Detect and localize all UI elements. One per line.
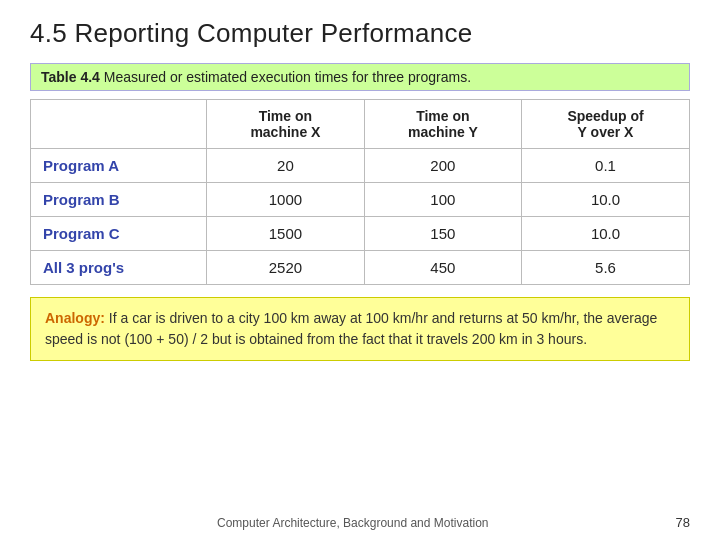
table-caption-text: Measured or estimated execution times fo… — [104, 69, 471, 85]
table-row: Program A202000.1 — [31, 149, 690, 183]
analogy-label: Analogy: — [45, 310, 105, 326]
analogy-text: If a car is driven to a city 100 km away… — [45, 310, 657, 347]
cell-value: 10.0 — [522, 217, 690, 251]
cell-value: 450 — [364, 251, 521, 285]
col-header-machine-y: Time onmachine Y — [364, 100, 521, 149]
cell-value: 2520 — [207, 251, 365, 285]
footer: Computer Architecture, Background and Mo… — [30, 511, 690, 530]
cell-value: 0.1 — [522, 149, 690, 183]
table-caption: Table 4.4 Measured or estimated executio… — [30, 63, 690, 91]
table-row: Program B100010010.0 — [31, 183, 690, 217]
col-header-machine-x: Time onmachine X — [207, 100, 365, 149]
row-label: Program C — [31, 217, 207, 251]
table-caption-label: Table 4.4 — [41, 69, 100, 85]
row-label: Program B — [31, 183, 207, 217]
row-label: All 3 prog's — [31, 251, 207, 285]
cell-value: 100 — [364, 183, 521, 217]
col-header-speedup: Speedup ofY over X — [522, 100, 690, 149]
table-row: All 3 prog's25204505.6 — [31, 251, 690, 285]
table-row: Program C150015010.0 — [31, 217, 690, 251]
cell-value: 10.0 — [522, 183, 690, 217]
cell-value: 150 — [364, 217, 521, 251]
cell-value: 1000 — [207, 183, 365, 217]
slide-title: 4.5 Reporting Computer Performance — [30, 18, 690, 49]
slide: 4.5 Reporting Computer Performance Table… — [0, 0, 720, 540]
page-number: 78 — [676, 515, 690, 530]
cell-value: 20 — [207, 149, 365, 183]
cell-value: 5.6 — [522, 251, 690, 285]
performance-table: Time onmachine X Time onmachine Y Speedu… — [30, 99, 690, 285]
col-header-empty — [31, 100, 207, 149]
analogy-box: Analogy: If a car is driven to a city 10… — [30, 297, 690, 361]
cell-value: 1500 — [207, 217, 365, 251]
footer-credit: Computer Architecture, Background and Mo… — [217, 516, 488, 530]
row-label: Program A — [31, 149, 207, 183]
cell-value: 200 — [364, 149, 521, 183]
